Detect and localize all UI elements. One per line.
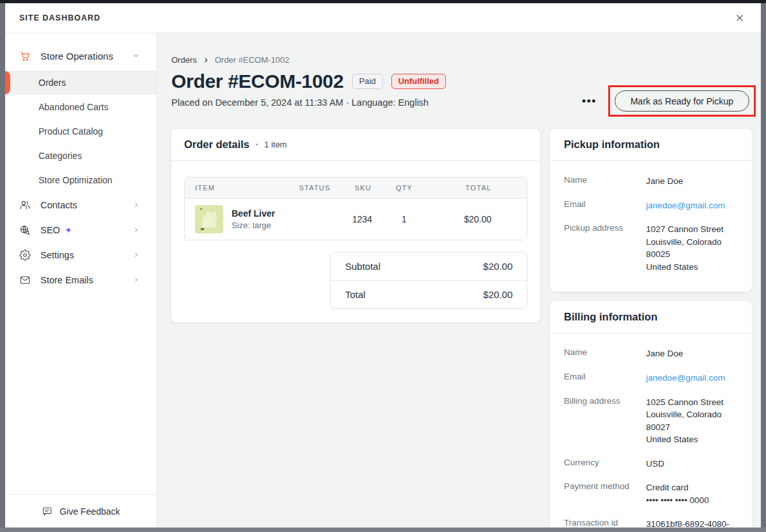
sidebar-item-orders[interactable]: Orders	[5, 71, 157, 95]
product-thumbnail	[195, 205, 223, 233]
pickup-information-card: Pickup information Name Jane Doe Email j…	[550, 129, 752, 292]
billing-name-row: Name Jane Doe	[564, 342, 738, 366]
site-dashboard-modal: SITE DASHBOARD Store Operations	[5, 3, 761, 528]
contacts-icon	[19, 199, 31, 211]
total-row: Total $20.00	[331, 280, 527, 308]
cart-icon	[19, 50, 31, 62]
chevron-down-icon	[132, 52, 140, 60]
subtotal-label: Subtotal	[345, 261, 380, 272]
billing-information-title: Billing information	[564, 311, 658, 323]
desktop-background: SITE DASHBOARD Store Operations	[0, 0, 766, 532]
order-details-title: Order details	[184, 138, 250, 151]
sidebar-group-label: Store Operations	[40, 51, 123, 62]
currency-row: Currency USD	[564, 452, 738, 476]
total-value: $20.00	[483, 289, 513, 300]
unfulfilled-status-badge: Unfulfilled	[391, 74, 447, 89]
table-row: Beef Liver Size: large 1234 1	[185, 199, 527, 240]
feedback-bubble-icon	[42, 506, 53, 517]
sidebar-item-settings[interactable]: Settings	[5, 242, 157, 267]
sidebar-item-label: Contacts	[40, 200, 77, 210]
paid-status-badge: Paid	[352, 74, 383, 89]
pickup-information-title: Pickup information	[564, 138, 660, 151]
sidebar-item-label: Store Emails	[40, 275, 93, 285]
pickup-address-row: Pickup address 1027 Cannon Street Louisv…	[564, 217, 738, 279]
subtotal-value: $20.00	[483, 261, 513, 272]
give-feedback-label: Give Feedback	[60, 506, 120, 517]
active-indicator	[5, 71, 10, 94]
sidebar-item-store-optimization[interactable]: Store Optimization	[5, 168, 157, 192]
mark-ready-for-pickup-button[interactable]: Mark as Ready for Pickup	[615, 90, 749, 112]
order-details-card: Order details 1 item ITEM	[171, 129, 540, 322]
give-feedback-button[interactable]: Give Feedback	[5, 494, 157, 528]
item-variant: Size: large	[232, 220, 275, 230]
breadcrumb-current: Order #ECOM-1002	[215, 55, 289, 65]
envelope-icon	[19, 274, 31, 286]
dashboard-title: SITE DASHBOARD	[19, 13, 101, 22]
sidebar-item-label: Orders	[38, 78, 66, 88]
col-header-status: STATUS	[287, 178, 342, 199]
annotation-highlight-box: Mark as Ready for Pickup	[608, 85, 756, 117]
col-header-qty: QTY	[382, 178, 427, 199]
page-title: Order #ECOM-1002	[171, 71, 344, 92]
breadcrumb-orders-link[interactable]: Orders	[171, 55, 197, 65]
email-link[interactable]: janedoe@gmail.com	[646, 372, 738, 385]
close-icon	[734, 12, 745, 24]
billing-address-row: Billing address 1025 Cannon Street Louis…	[564, 390, 738, 452]
total-label: Total	[345, 289, 366, 300]
order-items-table: ITEM STATUS SKU QTY TOTAL	[184, 177, 527, 240]
sidebar-item-label: Settings	[40, 250, 74, 260]
breadcrumb-chevron-icon	[203, 57, 209, 63]
item-name: Beef Liver	[232, 208, 275, 219]
billing-information-card: Billing information Name Jane Doe Email …	[550, 301, 752, 528]
dot-separator	[256, 144, 258, 145]
seo-icon	[19, 224, 31, 236]
breadcrumb: Orders Order #ECOM-1002	[171, 55, 752, 65]
item-status	[287, 199, 342, 240]
email-link[interactable]: janedoe@gmail.com	[646, 199, 738, 212]
pickup-name-row: Name Jane Doe	[564, 169, 738, 194]
billing-email-row: Email janedoe@gmail.com	[564, 366, 738, 390]
sidebar-item-store-emails[interactable]: Store Emails	[5, 267, 157, 292]
sidebar-item-label: Store Optimization	[38, 175, 112, 185]
transaction-id-row: Transaction id 31061bf8-6892-4080-a199-8…	[564, 512, 738, 528]
header-actions: ••• Mark as Ready for Pickup	[581, 85, 756, 117]
item-total: $20.00	[427, 199, 527, 240]
sidebar-item-label: SEO	[40, 225, 60, 235]
item-qty: 1	[382, 199, 427, 240]
col-header-item: ITEM	[185, 178, 287, 199]
col-header-sku: SKU	[342, 178, 382, 199]
sidebar-item-label: Categories	[38, 151, 82, 161]
sidebar-item-seo[interactable]: SEO ✦	[5, 217, 157, 242]
dashboard-topbar: SITE DASHBOARD	[5, 3, 761, 33]
chevron-right-icon	[133, 226, 140, 233]
close-button[interactable]	[731, 10, 748, 26]
sidebar-item-label: Abandoned Carts	[38, 102, 108, 112]
pickup-email-row: Email janedoe@gmail.com	[564, 194, 738, 218]
chevron-right-icon	[133, 201, 140, 208]
sidebar-item-product-catalog[interactable]: Product Catalog	[5, 119, 157, 144]
item-count: 1 item	[264, 140, 287, 149]
sidebar-item-label: Product Catalog	[38, 126, 103, 137]
ai-sparkle-icon: ✦	[65, 225, 72, 235]
order-totals-box: Subtotal $20.00 Total $20.00	[330, 252, 527, 309]
chevron-right-icon	[133, 251, 140, 258]
sidebar-item-categories[interactable]: Categories	[5, 144, 157, 168]
subtotal-row: Subtotal $20.00	[331, 253, 527, 280]
payment-method-row: Payment method Credit card •••• •••• •••…	[564, 476, 738, 512]
more-actions-button[interactable]: •••	[581, 92, 598, 110]
chevron-right-icon	[133, 276, 140, 283]
item-sku: 1234	[342, 199, 382, 240]
main-content: Orders Order #ECOM-1002 Order #ECOM-1002…	[157, 33, 761, 528]
sidebar-group-store-operations[interactable]: Store Operations	[5, 41, 157, 71]
sidebar-item-abandoned-carts[interactable]: Abandoned Carts	[5, 95, 157, 119]
sidebar: Store Operations Orders Abandoned Carts …	[5, 33, 157, 528]
gear-icon	[19, 249, 31, 261]
background-bottom-strip	[0, 528, 766, 532]
sidebar-item-contacts[interactable]: Contacts	[5, 192, 157, 217]
col-header-total: TOTAL	[427, 178, 527, 199]
